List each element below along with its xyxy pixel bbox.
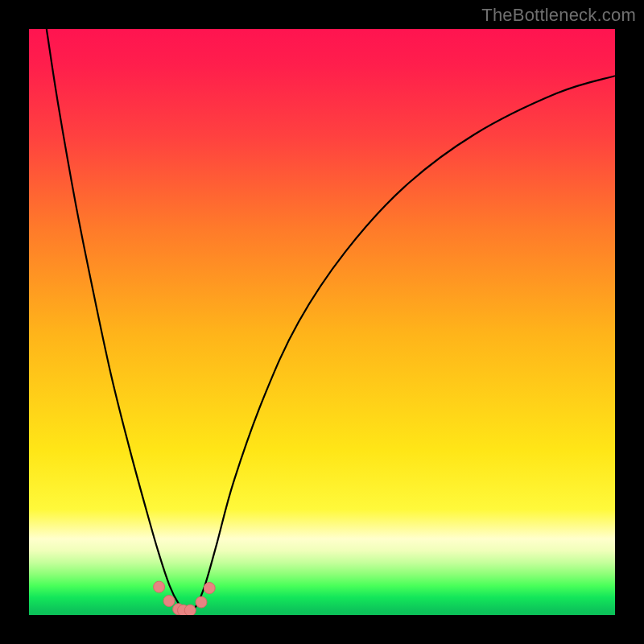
marker-dot — [184, 605, 196, 615]
chart-svg — [29, 29, 615, 615]
marker-dot — [163, 596, 175, 607]
marker-dot — [196, 597, 207, 608]
marker-dot — [154, 581, 165, 592]
marker-dot — [204, 583, 215, 594]
bottleneck-curve — [47, 29, 615, 613]
watermark-text: TheBottleneck.com — [481, 5, 636, 26]
chart-frame: TheBottleneck.com — [0, 0, 644, 644]
plot-area — [29, 29, 615, 615]
marker-group — [154, 581, 216, 615]
